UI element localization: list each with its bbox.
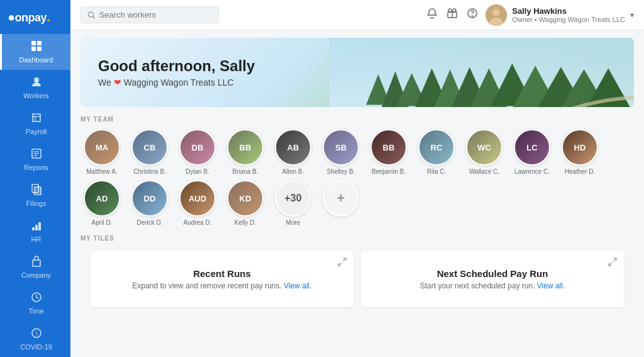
- team-member[interactable]: KD Kelly D.: [224, 180, 267, 226]
- sidebar-item-covid19[interactable]: i COVID-19: [0, 321, 70, 357]
- welcome-banner: Good afternoon, Sally We ❤ Wagging Wagon…: [80, 38, 634, 107]
- svg-point-28: [492, 9, 500, 16]
- gift-icon[interactable]: [447, 8, 458, 22]
- team-member-more[interactable]: +30 More: [272, 180, 314, 226]
- member-avatar: CB: [131, 129, 168, 166]
- my-team-section: MY TEAM MA Matthew A. CB Christina B. DB…: [80, 116, 634, 226]
- chevron-down-icon: ▾: [630, 11, 634, 20]
- svg-rect-1: [37, 41, 42, 45]
- hr-icon: [31, 220, 42, 233]
- team-member[interactable]: AB Alton B.: [272, 129, 314, 175]
- team-member[interactable]: RC Rita C.: [415, 129, 458, 175]
- sidebar-label-covid19: COVID-19: [20, 343, 52, 351]
- sidebar-item-filings[interactable]: Filings: [0, 178, 70, 213]
- search-icon: [87, 11, 96, 20]
- member-avatar: WC: [466, 129, 502, 166]
- payroll-icon: [31, 112, 42, 125]
- sidebar-item-hr[interactable]: HR: [0, 213, 70, 249]
- team-member[interactable]: CB Christina B.: [128, 129, 171, 175]
- team-grid: MA Matthew A. CB Christina B. DB Dylan B…: [80, 129, 634, 226]
- member-name: Wallace C.: [469, 168, 499, 175]
- member-avatar: AD: [84, 180, 120, 217]
- add-member-button[interactable]: +: [323, 180, 359, 217]
- team-member[interactable]: AUD Audrea D.: [176, 180, 219, 226]
- notification-icon[interactable]: [426, 8, 438, 22]
- team-member[interactable]: DD Derick D.: [128, 180, 171, 226]
- team-member-add[interactable]: +: [319, 180, 362, 226]
- team-member[interactable]: WC Wallace C.: [463, 129, 506, 175]
- tile-link[interactable]: View all.: [537, 281, 565, 290]
- team-member[interactable]: LC Lawrence C.: [511, 129, 553, 175]
- my-tiles-section: MY TILES Recent Runs Expand to view and …: [80, 235, 634, 316]
- sidebar-label-reports: Reports: [24, 164, 48, 171]
- user-role: Owner • Wagging Wagon Treats LLC: [512, 16, 625, 23]
- tile-title: Next Scheduled Pay Run: [437, 268, 548, 279]
- user-info[interactable]: Sally Hawkins Owner • Wagging Wagon Trea…: [486, 4, 634, 26]
- member-avatar: BB: [370, 129, 407, 166]
- tile-recent-runs: Recent Runs Expand to view and remove re…: [91, 251, 353, 307]
- sidebar-label-company: Company: [21, 271, 51, 279]
- sidebar-item-payroll[interactable]: Payroll: [0, 106, 70, 142]
- dashboard-icon: [31, 40, 42, 54]
- main-content: Sally Hawkins Owner • Wagging Wagon Trea…: [70, 0, 644, 357]
- tile-link[interactable]: View all.: [284, 281, 311, 290]
- svg-point-26: [472, 16, 473, 16]
- team-member[interactable]: BB Benjamin B.: [367, 129, 410, 175]
- search-input[interactable]: [99, 10, 212, 20]
- sidebar-item-time[interactable]: Time: [0, 285, 70, 321]
- my-tiles-label: MY TILES: [80, 235, 634, 242]
- svg-rect-14: [35, 225, 38, 230]
- member-name: Shelley B.: [326, 168, 355, 175]
- team-member[interactable]: MA Matthew A.: [80, 129, 123, 175]
- svg-rect-16: [33, 260, 40, 266]
- sidebar-item-workers[interactable]: Workers: [0, 70, 70, 106]
- svg-rect-2: [31, 47, 36, 51]
- sidebar-item-dashboard[interactable]: Dashboard: [0, 34, 70, 70]
- topbar: Sally Hawkins Owner • Wagging Wagon Trea…: [70, 0, 644, 30]
- member-name: Christina B.: [133, 168, 166, 175]
- svg-rect-15: [38, 222, 41, 230]
- team-member[interactable]: SB Shelley B.: [319, 129, 362, 175]
- member-name: Matthew A.: [86, 168, 117, 175]
- member-avatar: AB: [275, 129, 311, 166]
- search-box[interactable]: [80, 6, 219, 23]
- svg-rect-13: [32, 227, 35, 230]
- avatar: [486, 4, 507, 26]
- reports-icon: [31, 148, 42, 161]
- member-name: Dylan B.: [186, 168, 209, 175]
- team-member[interactable]: AD April D.: [80, 180, 123, 226]
- member-name: April D.: [92, 219, 113, 226]
- member-avatar: DD: [131, 180, 168, 217]
- tile-title: Recent Runs: [193, 268, 251, 279]
- help-icon[interactable]: [467, 8, 478, 22]
- svg-text:i: i: [35, 330, 36, 337]
- sidebar-label-dashboard: Dashboard: [19, 56, 53, 64]
- tiles-row: Recent Runs Expand to view and remove re…: [91, 251, 624, 307]
- member-name: Benjamin B.: [372, 168, 406, 175]
- team-member[interactable]: BB Briana B.: [224, 129, 267, 175]
- user-name: Sally Hawkins: [512, 6, 625, 16]
- team-member[interactable]: DB Dylan B.: [176, 129, 219, 175]
- tile-expand-icon[interactable]: [608, 257, 618, 269]
- time-icon: [31, 292, 42, 305]
- sidebar-item-reports[interactable]: Reports: [0, 142, 70, 178]
- member-avatar: AUD: [179, 180, 216, 217]
- workers-icon: [31, 76, 42, 89]
- member-name: Heather D.: [565, 168, 595, 175]
- more-avatar: +30: [275, 180, 311, 217]
- sidebar-item-company[interactable]: Company: [0, 249, 70, 285]
- svg-line-21: [93, 16, 95, 18]
- member-name: Lawrence C.: [514, 168, 550, 175]
- tile-expand-icon[interactable]: [337, 257, 347, 269]
- team-member[interactable]: HD Heather D.: [558, 129, 601, 175]
- logo-text: ●onpay.: [8, 10, 50, 24]
- company-icon: [31, 256, 42, 269]
- member-avatar: BB: [227, 129, 264, 166]
- covid19-icon: i: [31, 327, 42, 341]
- tile-subtitle: Expand to view and remove recent pay run…: [132, 281, 311, 290]
- heart-icon: ❤: [114, 77, 121, 88]
- member-avatar: SB: [323, 129, 359, 166]
- member-name: Alton B.: [282, 168, 304, 175]
- member-name: Briana B.: [232, 168, 258, 175]
- add-member-label: [340, 219, 342, 226]
